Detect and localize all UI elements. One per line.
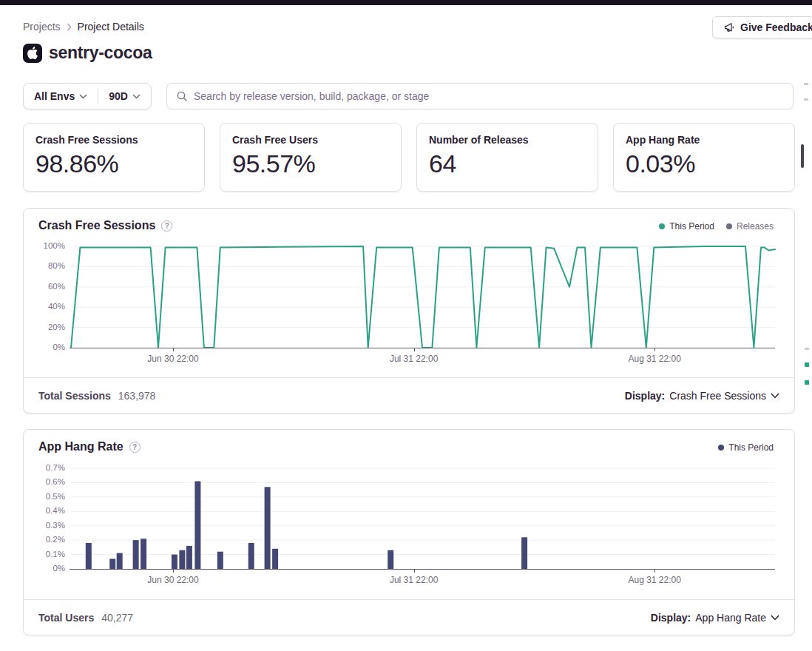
hang-rate-bar	[179, 550, 185, 569]
legend-label: This Period	[669, 221, 714, 232]
y-axis-label: 0.3%	[24, 521, 65, 530]
stat-card-value: 0.03%	[626, 149, 782, 178]
hang-rate-bar	[272, 549, 278, 569]
hang-rate-bar	[217, 552, 223, 569]
x-axis-line	[70, 569, 775, 570]
total-users-value: 40,277	[101, 612, 133, 624]
project-details-page: Projects Project Details Give Feedback s…	[0, 0, 812, 651]
display-label: Display:	[651, 612, 691, 624]
chevron-down-icon	[771, 615, 779, 621]
legend-item-releases[interactable]: Releases	[726, 221, 774, 232]
display-value: Crash Free Sessions	[669, 390, 766, 402]
y-axis-label: 0%	[24, 343, 65, 351]
help-question-icon[interactable]: ?	[129, 442, 141, 453]
x-axis-label: Aug 31 22:00	[629, 354, 681, 364]
y-axis-label: 0.7%	[24, 463, 65, 472]
display-metric-dropdown[interactable]: Display: Crash Free Sessions	[625, 390, 779, 402]
top-border-bar	[0, 0, 812, 5]
hang-rate-bar	[248, 543, 254, 569]
scrollbar-thumb[interactable]	[801, 144, 804, 168]
breadcrumb-projects-link[interactable]: Projects	[23, 21, 61, 33]
stat-card-value: 64	[429, 149, 586, 178]
sessions-trend-line	[71, 246, 775, 348]
y-axis-label: 0.1%	[24, 550, 65, 559]
y-axis-label: 0.2%	[24, 535, 65, 544]
legend-label: This Period	[728, 442, 774, 453]
y-axis-label: 0.4%	[24, 506, 65, 515]
x-axis-label: Jun 30 22:00	[147, 575, 198, 585]
y-axis-label: 0%	[24, 564, 65, 573]
x-axis-tick	[654, 569, 655, 573]
release-search-box	[166, 83, 794, 109]
hang-rate-bar	[172, 555, 177, 569]
x-axis-tick	[173, 569, 174, 573]
legend-item-this-period[interactable]: This Period	[659, 221, 714, 232]
sidebar-cutoff-fragment	[805, 362, 809, 367]
hang-rate-bar-chart[interactable]	[71, 468, 775, 569]
y-axis-label: 100%	[24, 241, 65, 250]
panel-title-text: App Hang Rate	[38, 440, 124, 453]
x-axis-label: Jul 31 22:00	[390, 575, 438, 585]
give-feedback-button[interactable]: Give Feedback	[712, 16, 812, 38]
sessions-line-chart[interactable]	[71, 246, 775, 348]
x-axis-tick	[654, 348, 655, 351]
legend-dot	[726, 223, 732, 229]
date-range-dropdown[interactable]: 90D	[98, 84, 151, 109]
display-label: Display:	[625, 390, 665, 402]
display-metric-dropdown[interactable]: Display: App Hang Rate	[651, 612, 779, 624]
page-filter-bar: All Envs 90D	[23, 83, 152, 109]
search-input[interactable]	[194, 90, 784, 102]
legend-dot	[659, 223, 665, 229]
environment-filter-dropdown[interactable]: All Envs	[24, 84, 98, 109]
breadcrumb-current: Project Details	[78, 21, 144, 33]
stat-card-label: Crash Free Users	[232, 134, 389, 146]
hang-rate-bar	[117, 553, 123, 569]
total-sessions-label: Total Sessions	[38, 390, 111, 402]
environment-filter-label: All Envs	[34, 90, 75, 102]
chevron-down-icon	[771, 393, 779, 399]
apple-platform-icon	[23, 44, 42, 63]
stat-card-value: 98.86%	[35, 149, 192, 178]
y-axis-label: 80%	[24, 261, 65, 270]
date-range-label: 90D	[109, 90, 128, 102]
legend-dot	[718, 445, 724, 451]
x-axis-label: Aug 31 22:00	[629, 575, 681, 585]
hang-rate-bar	[133, 540, 139, 569]
sidebar-cutoff-fragment	[804, 98, 808, 101]
hang-rate-bar	[109, 559, 115, 569]
stat-card-value: 95.57%	[232, 149, 389, 178]
megaphone-icon	[723, 21, 735, 33]
hang-rate-bar	[388, 550, 393, 569]
crash-free-sessions-panel: Crash Free Sessions ? This Period Releas…	[23, 208, 795, 414]
page-title: sentry-cocoa	[49, 43, 152, 63]
hang-rate-bar	[141, 539, 146, 569]
y-axis-label: 60%	[24, 282, 65, 291]
x-axis-label: Jun 30 22:00	[147, 354, 198, 364]
x-axis-tick	[173, 348, 174, 351]
project-title-row: sentry-cocoa	[23, 43, 152, 63]
stat-card-label: Crash Free Sessions	[35, 134, 192, 146]
hang-rate-bar	[186, 546, 192, 569]
chevron-down-icon	[132, 94, 141, 99]
help-question-icon[interactable]: ?	[161, 220, 172, 232]
give-feedback-label: Give Feedback	[740, 21, 812, 33]
stat-card-crash-free-users: Crash Free Users 95.57%	[220, 123, 402, 192]
y-axis-label: 40%	[24, 302, 65, 311]
panel-footer: Total Users 40,277 Display: App Hang Rat…	[24, 599, 794, 635]
total-users-label: Total Users	[38, 612, 94, 624]
panel-title-text: Crash Free Sessions	[38, 219, 155, 232]
hang-rate-bar	[521, 537, 527, 569]
chevron-down-icon	[79, 94, 87, 99]
total-sessions-value: 163,978	[118, 390, 156, 402]
display-value: App Hang Rate	[695, 612, 766, 624]
panel-footer: Total Sessions 163,978 Display: Crash Fr…	[24, 377, 794, 413]
hang-rate-bar	[86, 543, 92, 569]
stat-card-app-hang-rate: App Hang Rate 0.03%	[613, 123, 795, 192]
legend-item-this-period[interactable]: This Period	[718, 442, 774, 453]
x-axis-line	[70, 348, 775, 348]
sidebar-cutoff-fragment	[805, 348, 809, 350]
x-axis-tick	[414, 348, 415, 351]
stat-card-number-of-releases: Number of Releases 64	[416, 123, 598, 192]
chart-legend: This Period	[718, 442, 774, 453]
stat-card-label: Number of Releases	[429, 134, 586, 146]
